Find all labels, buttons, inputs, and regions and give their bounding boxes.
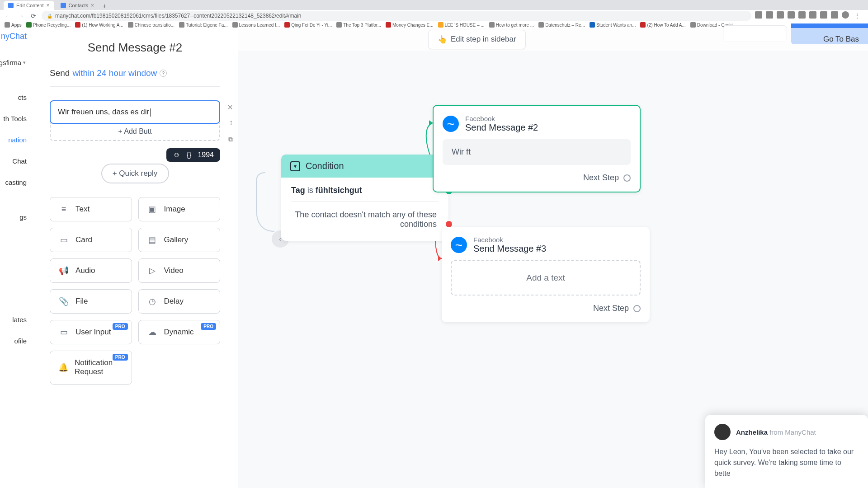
block-dynamic[interactable]: ☁DynamicPRO bbox=[138, 320, 221, 344]
bell-icon: 🔔 bbox=[58, 363, 68, 372]
node-title: Send Message #3 bbox=[473, 244, 546, 253]
pro-badge: PRO bbox=[113, 323, 128, 330]
gallery-icon: ▤ bbox=[147, 235, 158, 244]
sidebar-item[interactable]: Chat bbox=[0, 157, 28, 165]
tab-title: Contacts bbox=[69, 3, 88, 8]
next-step-row: Next Step bbox=[443, 173, 631, 183]
reorder-icon[interactable]: ↕ bbox=[229, 118, 233, 127]
ext-icon[interactable] bbox=[831, 11, 838, 19]
favicon bbox=[61, 3, 66, 8]
block-image[interactable]: ▣Image bbox=[138, 197, 221, 221]
condition-fallback: The contact doesn't match any of these c… bbox=[291, 202, 439, 233]
add-button-row[interactable]: + Add Butt bbox=[50, 123, 220, 141]
delete-block-icon[interactable]: × bbox=[227, 102, 233, 113]
message-node-3[interactable]: Facebook Send Message #3 Add a text Next… bbox=[442, 227, 650, 322]
block-gallery[interactable]: ▤Gallery bbox=[138, 228, 221, 252]
forward-button[interactable]: → bbox=[16, 11, 25, 20]
svg-marker-0 bbox=[429, 120, 433, 126]
editor-title: Send Message #2 bbox=[50, 41, 220, 55]
bookmark[interactable]: Lessons Learned f... bbox=[232, 22, 280, 28]
block-file[interactable]: 📎File bbox=[50, 289, 132, 314]
message-node-2[interactable]: Facebook Send Message #2 Wir ft Next Ste… bbox=[433, 105, 641, 192]
message-block: Wir freuen uns, dass es dir × ↕ ⧉ + Add … bbox=[50, 100, 220, 141]
menu-icon[interactable]: ⋮ bbox=[853, 11, 862, 20]
url-field[interactable]: 🔒 manychat.com/fb198150208192061/cms/fil… bbox=[42, 11, 751, 21]
block-notification[interactable]: 🔔Notification RequestPRO bbox=[50, 351, 132, 385]
ext-icon[interactable] bbox=[755, 11, 762, 19]
tab-edit-content[interactable]: Edit Content × bbox=[4, 1, 54, 10]
block-text[interactable]: ≡Text bbox=[50, 197, 132, 221]
block-card[interactable]: ▭Card bbox=[50, 228, 132, 252]
goto-basic-button[interactable]: Go To Bas bbox=[814, 30, 868, 48]
sidebar-item[interactable]: ofile bbox=[0, 337, 28, 345]
flow-canvas[interactable]: 👆 Edit step in sidebar Go To Bas ‹ ▾ Con… bbox=[238, 28, 868, 488]
chat-message-body: Hey Leon, You've been selected to take o… bbox=[714, 446, 859, 479]
ext-icon[interactable] bbox=[766, 11, 773, 19]
chevron-down-icon: ▾ bbox=[23, 60, 26, 66]
block-video[interactable]: ▷Video bbox=[138, 258, 221, 283]
bookmark[interactable]: LEE 'S HOUSE – ... bbox=[438, 22, 485, 28]
image-icon: ▣ bbox=[147, 205, 158, 214]
ext-icon[interactable] bbox=[788, 11, 795, 19]
output-port[interactable] bbox=[623, 174, 631, 182]
output-port[interactable] bbox=[633, 305, 641, 312]
block-user-input[interactable]: ▭User InputPRO bbox=[50, 320, 132, 344]
emoji-icon[interactable]: ☺ bbox=[173, 151, 180, 159]
ext-icon[interactable] bbox=[777, 11, 784, 19]
bookmark[interactable]: The Top 3 Platfor... bbox=[336, 22, 381, 28]
profile-icon[interactable] bbox=[842, 11, 849, 19]
ext-icon[interactable] bbox=[809, 11, 816, 19]
text-icon: ≡ bbox=[58, 205, 69, 214]
close-icon[interactable]: × bbox=[47, 2, 50, 9]
address-bar: ← → ⟳ 🔒 manychat.com/fb198150208192061/c… bbox=[0, 10, 868, 22]
node-title: Send Message #2 bbox=[465, 122, 538, 132]
bookmark[interactable]: Student Wants an... bbox=[590, 22, 636, 28]
sidebar-item[interactable]: casting bbox=[0, 178, 28, 186]
quick-reply-button[interactable]: + Quick reply bbox=[101, 164, 169, 183]
message-input[interactable]: Wir freuen uns, dass es dir bbox=[50, 100, 220, 124]
sidebar-item[interactable]: cts bbox=[0, 94, 28, 101]
sidebar-item[interactable]: th Tools bbox=[0, 115, 28, 122]
block-audio[interactable]: 📢Audio bbox=[50, 258, 132, 283]
condition-rule[interactable]: Tag is fühltsichgut bbox=[291, 186, 439, 202]
tab-contacts[interactable]: Contacts × bbox=[56, 1, 99, 10]
bookmark[interactable]: Phone Recycling... bbox=[26, 22, 71, 28]
canvas-toolbar: 👆 Edit step in sidebar Go To Bas bbox=[238, 28, 868, 51]
block-delay[interactable]: ◷Delay bbox=[138, 289, 221, 314]
bookmark[interactable]: Datenschutz – Re... bbox=[538, 22, 585, 28]
back-button[interactable]: ← bbox=[4, 11, 13, 20]
bookmark[interactable]: Apps bbox=[5, 22, 22, 28]
app: nyChat gsfirma▾ cts th Tools nation Chat… bbox=[0, 28, 868, 488]
close-icon[interactable]: × bbox=[91, 2, 94, 9]
reload-button[interactable]: ⟳ bbox=[29, 11, 38, 20]
messenger-icon bbox=[451, 237, 467, 253]
condition-node[interactable]: ▾ Condition Tag is fühltsichgut The cont… bbox=[281, 155, 448, 241]
avatar bbox=[714, 424, 731, 440]
favicon bbox=[8, 3, 14, 8]
sidebar-item-automation[interactable]: nation bbox=[0, 136, 28, 144]
help-icon[interactable]: ? bbox=[160, 70, 167, 77]
edit-step-button[interactable]: 👆 Edit step in sidebar bbox=[428, 30, 526, 49]
sidebar-item[interactable]: gs bbox=[0, 213, 28, 221]
send-window-link[interactable]: within 24 hour window bbox=[72, 68, 157, 78]
bookmark[interactable]: (2) How To Add A... bbox=[640, 22, 685, 28]
support-chat-widget[interactable]: Anzhelika from ManyChat Hey Leon, You've… bbox=[705, 415, 868, 488]
bookmark[interactable]: Tutorial: Eigene Fa... bbox=[179, 22, 227, 28]
bookmark[interactable]: (1) How Working A... bbox=[75, 22, 123, 28]
add-text-placeholder[interactable]: Add a text bbox=[451, 260, 641, 296]
ext-icon[interactable] bbox=[798, 11, 806, 19]
ext-icon[interactable] bbox=[820, 11, 827, 19]
copy-icon[interactable]: ⧉ bbox=[228, 136, 233, 143]
variable-icon[interactable]: {} bbox=[187, 151, 192, 159]
bookmark[interactable]: Chinese translatio... bbox=[128, 22, 175, 28]
sidebar-item[interactable]: lates bbox=[0, 316, 28, 324]
workspace-selector[interactable]: gsfirma▾ bbox=[0, 59, 28, 66]
new-tab-button[interactable]: + bbox=[100, 2, 108, 10]
bookmark[interactable]: Money Changes E... bbox=[386, 22, 434, 28]
messenger-icon bbox=[443, 116, 459, 132]
bookmark[interactable]: Qing Fei De Yi - Yi... bbox=[284, 22, 332, 28]
bookmark[interactable]: How to get more ... bbox=[489, 22, 534, 28]
next-step-row: Next Step bbox=[451, 304, 641, 313]
node-channel: Facebook bbox=[465, 115, 538, 122]
delay-icon: ◷ bbox=[147, 297, 158, 306]
